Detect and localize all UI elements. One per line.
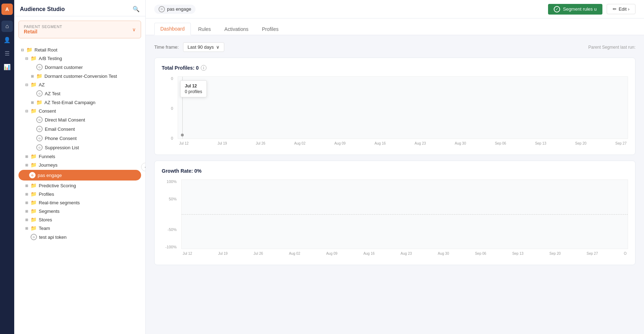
search-icon[interactable]: 🔍 — [133, 6, 140, 12]
tree-label: Journeys — [39, 162, 58, 168]
tree-label: A/B Testing — [39, 56, 62, 61]
timeframe-select[interactable]: Last 90 days ∨ — [183, 42, 224, 52]
tree-item-segments[interactable]: ⊞ 📁 Segments — [14, 207, 145, 215]
tree-item-direct-mail-consent[interactable]: · G Direct Mail Consent — [14, 115, 145, 124]
x-label-jul12: Jul 12 — [179, 141, 189, 145]
tree-label: Suppression List — [45, 145, 79, 150]
tree-label: pas engage — [38, 173, 62, 178]
parent-segment-selector[interactable]: Parent Segment Retail ∨ — [18, 21, 141, 38]
x-label-sep13: Sep 13 — [512, 252, 524, 255]
parent-segment-value: Retail — [24, 29, 62, 34]
segment-icon: G — [36, 135, 43, 141]
edit-button[interactable]: ✏ Edit › — [607, 4, 635, 14]
total-profiles-card: Total Profiles: 0 i 0 0 0 Jul 12 0 profi… — [154, 58, 635, 155]
nav-icon-list[interactable]: ☰ — [1, 48, 13, 59]
folder-icon: 📁 — [31, 191, 37, 197]
chart-tooltip: Jul 12 0 profiles — [180, 80, 207, 97]
tree-item-stores[interactable]: ⊞ 📁 Stores — [14, 215, 145, 224]
nav-icon-chart[interactable]: 📊 — [1, 61, 13, 72]
tree-item-funnels[interactable]: ⊞ 📁 Funnels — [14, 152, 145, 161]
success-text: Segment rules u — [563, 6, 597, 12]
sidebar: Audience Studio 🔍 Parent Segment Retail … — [14, 0, 146, 334]
x-label-sep27: Sep 27 — [587, 252, 598, 255]
app-logo[interactable]: A — [1, 4, 13, 15]
tab-rules[interactable]: Rules — [192, 23, 217, 35]
tree-label: Phone Consent — [45, 136, 77, 141]
x-label-extra: O — [624, 252, 627, 255]
folder-icon: 📁 — [31, 153, 37, 159]
tree-item-journeys[interactable]: ⊞ 📁 Journeys — [14, 161, 145, 169]
tree-item-ab-testing[interactable]: ⊟ 📁 A/B Testing — [14, 54, 145, 63]
tree-item-dormant-customer[interactable]: · G Dormant customer — [14, 63, 145, 72]
y-label-mid: 0 — [171, 106, 173, 111]
tree-item-dormant-conversion[interactable]: ⊞ 📁 Dormant customer-Conversion Test — [14, 72, 145, 80]
x-label-aug09: Aug 09 — [334, 141, 346, 145]
y-label-minus50: -50% — [167, 227, 177, 232]
tree-label: test api token — [39, 235, 66, 240]
tree-item-predictive-scoring[interactable]: ⊞ 📁 Predictive Scoring — [14, 181, 145, 190]
x-label-aug23: Aug 23 — [401, 252, 412, 255]
nav-icon-people[interactable]: 👤 — [1, 34, 13, 45]
tree-item-az-test[interactable]: · G AZ Test — [14, 89, 145, 98]
x-label-aug16: Aug 16 — [375, 141, 386, 145]
tree-item-retail-root[interactable]: ⊟ 📁 Retail Root — [14, 45, 145, 54]
chevron-down-icon: ∨ — [132, 27, 136, 32]
folder-icon: 📁 — [31, 200, 37, 205]
tree-item-phone-consent[interactable]: · G Phone Consent — [14, 134, 145, 143]
tree-label: Funnels — [39, 154, 55, 159]
y-label-top: 0 — [171, 76, 173, 81]
expand-icon: ⊞ — [24, 154, 29, 159]
main-content: G pas engage ✓ Segment rules u ✏ Edit › … — [146, 0, 644, 334]
y-axis: 0 0 0 — [162, 76, 176, 140]
tab-dashboard[interactable]: Dashboard — [154, 23, 191, 35]
tree-label: Direct Mail Consent — [45, 117, 85, 123]
expand-icon: ⊞ — [24, 162, 29, 167]
y-label-minus100: -100% — [165, 245, 177, 249]
folder-icon: 📁 — [31, 162, 37, 168]
x-label-jul12: Jul 12 — [183, 252, 192, 255]
folder-icon: 📁 — [31, 217, 37, 222]
folder-icon: 📁 — [31, 225, 37, 231]
tree-item-team[interactable]: ⊞ 📁 Team — [14, 224, 145, 232]
tab-profiles[interactable]: Profiles — [256, 23, 285, 35]
tree-item-real-time-segments[interactable]: ⊞ 📁 Real-time segments — [14, 198, 145, 207]
edit-icon: ✏ — [613, 6, 617, 12]
parent-segment-run-label: Parent Segment last run: — [588, 45, 635, 50]
expand-icon: ⊞ — [24, 183, 29, 188]
sidebar-header: Audience Studio 🔍 — [14, 0, 145, 16]
tree-item-pas-engage[interactable]: · G pas engage — [18, 170, 141, 181]
nav-icon-home[interactable]: ⌂ — [1, 21, 13, 32]
tree-item-az[interactable]: ⊟ 📁 AZ — [14, 80, 145, 89]
segment-icon: G — [36, 64, 43, 70]
tree-label: AZ Test-Email Campaign — [44, 100, 96, 105]
expand-icon: ⊞ — [24, 192, 29, 196]
tree-item-test-api-token[interactable]: · G test api token — [14, 232, 145, 242]
tab-activations[interactable]: Activations — [218, 23, 254, 35]
success-icon: ✓ — [554, 6, 560, 12]
tree-item-consent[interactable]: ⊟ 📁 Consent — [14, 107, 145, 115]
x-label-jul19: Jul 19 — [218, 141, 227, 145]
y-label-100: 100% — [167, 179, 177, 184]
tree-item-email-consent[interactable]: · G Email Consent — [14, 124, 145, 134]
total-profiles-info-icon[interactable]: i — [201, 65, 206, 71]
expand-icon: ⊟ — [20, 47, 25, 52]
segment-icon: G — [36, 126, 43, 132]
timeframe-label: Time frame: — [154, 44, 179, 50]
tooltip-date: Jul 12 — [185, 84, 202, 88]
tooltip-value: 0 profiles — [185, 89, 202, 94]
expand-icon: ⊞ — [30, 74, 35, 79]
x-label-jul19: Jul 19 — [218, 252, 228, 255]
segment-badge-icon: G — [159, 6, 165, 12]
segment-tree: ⊟ 📁 Retail Root ⊟ 📁 A/B Testing · G Dorm… — [14, 43, 145, 244]
tree-item-az-test-email[interactable]: ⊞ 📁 AZ Test-Email Campaign — [14, 98, 145, 107]
x-label-aug02: Aug 02 — [294, 141, 306, 145]
tree-item-profiles[interactable]: ⊞ 📁 Profiles — [14, 190, 145, 198]
segment-icon: G — [31, 234, 37, 240]
growth-rate-card: Growth Rate: 0% 100% 50% -50% -100% — [154, 161, 635, 265]
x-label-aug30: Aug 30 — [438, 252, 449, 255]
tree-item-suppression-list[interactable]: · G Suppression List — [14, 143, 145, 152]
tree-label: AZ Test — [45, 91, 60, 96]
folder-icon: 📁 — [26, 47, 32, 53]
expand-icon: ⊟ — [24, 82, 29, 87]
tree-label: Profiles — [39, 192, 54, 197]
